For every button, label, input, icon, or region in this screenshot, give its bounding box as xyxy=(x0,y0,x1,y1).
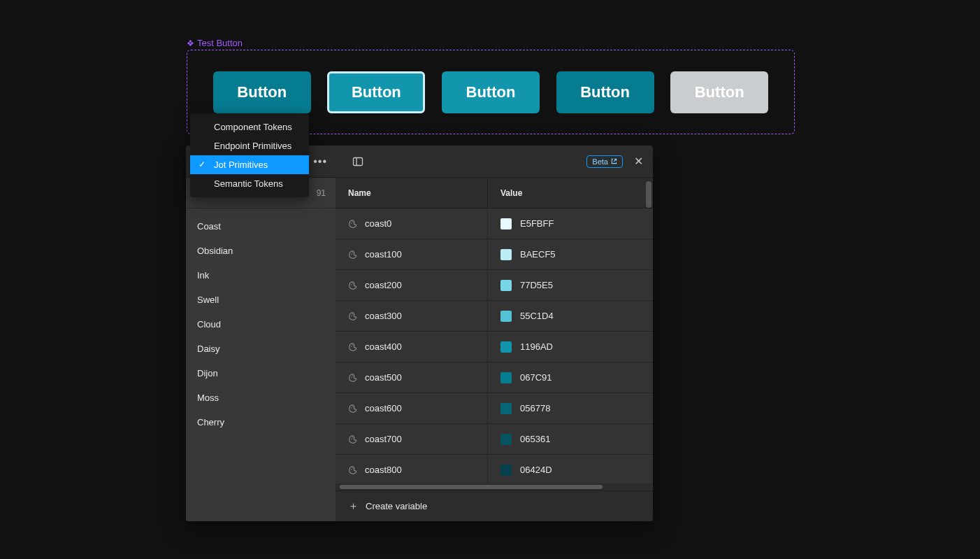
variables-panel: ••• Beta ✕ 91 CoastObsidianInkSwellCloud… xyxy=(186,146,653,521)
column-header-value[interactable]: Value xyxy=(500,188,522,198)
variables-sidebar: 91 CoastObsidianInkSwellCloudDaisyDijonM… xyxy=(186,178,336,521)
svg-point-21 xyxy=(352,406,352,406)
table-row[interactable]: coast100BAECF5 xyxy=(336,239,653,270)
svg-point-26 xyxy=(351,469,352,469)
svg-point-25 xyxy=(354,437,354,437)
button-label: Button xyxy=(352,83,401,101)
variable-value[interactable]: 06424D xyxy=(520,465,552,475)
button-variant-1[interactable]: Button xyxy=(213,71,311,113)
dropdown-item[interactable]: Endpoint Primitives xyxy=(190,136,309,155)
color-swatch[interactable] xyxy=(500,280,512,291)
svg-point-4 xyxy=(354,221,354,222)
table-row[interactable]: coast80006424D xyxy=(336,455,653,483)
create-variable-button[interactable]: ＋ Create variable xyxy=(336,490,653,521)
svg-point-13 xyxy=(354,313,354,314)
color-variable-icon xyxy=(348,311,358,321)
variable-value[interactable]: 065361 xyxy=(520,434,550,444)
color-variable-icon xyxy=(348,250,358,260)
svg-rect-0 xyxy=(354,157,363,165)
variable-name: coast500 xyxy=(365,372,402,383)
vertical-scrollbar[interactable] xyxy=(646,181,651,208)
color-swatch[interactable] xyxy=(500,249,512,260)
color-swatch[interactable] xyxy=(500,218,512,229)
button-label: Button xyxy=(580,83,630,101)
sidebar-item[interactable]: Cloud xyxy=(186,312,336,337)
variable-value[interactable]: 55C1D4 xyxy=(520,311,554,321)
close-icon[interactable]: ✕ xyxy=(634,155,643,168)
horizontal-scrollbar-track[interactable] xyxy=(336,483,653,490)
variable-value[interactable]: 056778 xyxy=(520,403,550,413)
sidebar-item[interactable]: Swell xyxy=(186,288,336,312)
svg-point-3 xyxy=(352,221,352,222)
sidebar-item[interactable]: Coast xyxy=(186,214,336,239)
color-swatch[interactable] xyxy=(500,434,512,445)
sidebar-item[interactable]: Cherry xyxy=(186,410,336,434)
variable-name: coast200 xyxy=(365,280,402,290)
color-swatch[interactable] xyxy=(500,311,512,322)
button-variant-5[interactable]: Button xyxy=(670,71,768,113)
svg-point-10 xyxy=(354,283,354,283)
sidebar-item[interactable]: Dijon xyxy=(186,361,336,385)
sidebar-item[interactable]: Moss xyxy=(186,385,336,410)
table-header: Name Value xyxy=(336,178,653,208)
beta-label: Beta xyxy=(592,157,608,166)
dropdown-item[interactable]: Semantic Tokens xyxy=(190,174,309,193)
svg-point-2 xyxy=(351,222,352,223)
svg-point-5 xyxy=(351,253,352,254)
horizontal-scrollbar-thumb[interactable] xyxy=(340,485,603,489)
collection-dropdown[interactable]: Component TokensEndpoint PrimitivesJot P… xyxy=(190,113,309,197)
color-variable-icon xyxy=(348,465,358,475)
external-link-icon xyxy=(611,158,617,164)
color-swatch[interactable] xyxy=(500,341,512,353)
table-row[interactable]: coast0E5FBFF xyxy=(336,208,653,239)
sidebar-item[interactable]: Daisy xyxy=(186,337,336,361)
dropdown-item[interactable]: Component Tokens xyxy=(190,118,309,136)
color-variable-icon xyxy=(348,404,358,413)
svg-point-19 xyxy=(354,375,354,376)
sidebar-toggle-icon[interactable] xyxy=(352,156,363,167)
dropdown-item[interactable]: Jot Primitives xyxy=(190,155,309,174)
table-row[interactable]: coast4001196AD xyxy=(336,332,653,362)
table-row[interactable]: coast30055C1D4 xyxy=(336,301,653,332)
variable-name: coast800 xyxy=(365,465,402,475)
svg-point-8 xyxy=(351,284,352,285)
all-variables-count: 91 xyxy=(317,188,326,198)
table-row[interactable]: coast20077D5E5 xyxy=(336,270,653,301)
more-options-icon[interactable]: ••• xyxy=(313,155,327,168)
table-row[interactable]: coast600056778 xyxy=(336,393,653,424)
color-swatch[interactable] xyxy=(500,465,512,476)
column-header-name[interactable]: Name xyxy=(348,188,371,198)
table-row[interactable]: coast500067C91 xyxy=(336,362,653,393)
svg-point-14 xyxy=(351,346,352,346)
variable-value[interactable]: E5FBFF xyxy=(520,218,554,229)
variable-value[interactable]: 77D5E5 xyxy=(520,280,553,290)
variable-value[interactable]: 067C91 xyxy=(520,372,552,383)
color-variable-icon xyxy=(348,342,358,352)
svg-point-6 xyxy=(352,252,352,253)
svg-point-24 xyxy=(352,437,352,437)
variable-value[interactable]: 1196AD xyxy=(520,341,553,352)
sidebar-item[interactable]: Obsidian xyxy=(186,239,336,263)
svg-point-9 xyxy=(352,283,352,283)
component-frame-label[interactable]: ❖ Test Button xyxy=(187,38,243,48)
svg-point-20 xyxy=(351,407,352,408)
plus-icon: ＋ xyxy=(348,500,359,513)
variable-value[interactable]: BAECF5 xyxy=(520,249,556,260)
variable-name: coast400 xyxy=(365,341,402,352)
table-row[interactable]: coast700065361 xyxy=(336,424,653,455)
button-variant-2[interactable]: Button xyxy=(327,71,425,113)
button-label: Button xyxy=(466,83,516,101)
beta-badge[interactable]: Beta xyxy=(586,155,623,168)
variables-table: Name Value coast0E5FBFFcoast100BAECF5coa… xyxy=(336,178,653,521)
component-icon: ❖ xyxy=(187,38,194,48)
svg-point-18 xyxy=(352,375,352,376)
button-variant-4[interactable]: Button xyxy=(556,71,654,113)
svg-point-17 xyxy=(351,376,352,377)
button-label: Button xyxy=(237,83,287,101)
button-variant-3[interactable]: Button xyxy=(442,71,540,113)
color-swatch[interactable] xyxy=(500,403,512,414)
svg-point-15 xyxy=(352,344,352,345)
svg-point-16 xyxy=(354,344,354,345)
sidebar-item[interactable]: Ink xyxy=(186,263,336,288)
color-swatch[interactable] xyxy=(500,372,512,383)
